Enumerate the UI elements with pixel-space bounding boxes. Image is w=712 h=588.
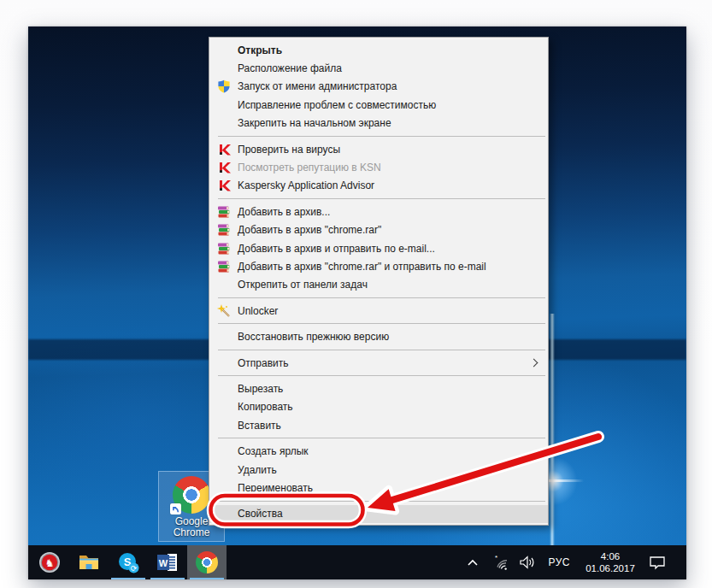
menu-item-label: Расположение файла xyxy=(238,62,342,74)
menu-item-open[interactable]: Открыть xyxy=(209,41,548,59)
shortcut-arrow-icon xyxy=(170,503,181,514)
menu-item-label: Создать ярлык xyxy=(238,445,309,457)
menu-item-properties[interactable]: Свойства xyxy=(209,505,548,523)
menu-item-kaspersky-app-advisor[interactable]: Kaspersky Application Advisor xyxy=(209,177,548,195)
menu-separator xyxy=(218,375,545,376)
menu-item-label: Добавить в архив и отправить по e-mail..… xyxy=(238,243,435,255)
menu-item-ksn-reputation[interactable]: Посмотреть репутацию в KSN xyxy=(209,158,548,176)
menu-item-label: Восстановить прежнюю версию xyxy=(238,331,389,343)
wifi-icon[interactable]: * xyxy=(490,550,510,574)
menu-item-label: Добавить в архив... xyxy=(238,206,330,218)
volume-icon[interactable] xyxy=(517,550,538,574)
menu-item-label: Добавить в архив "chrome.rar" и отправит… xyxy=(238,261,486,273)
unlocker-wand-icon xyxy=(217,304,238,318)
menu-item-label: Переименовать xyxy=(238,482,313,494)
menu-separator xyxy=(218,350,545,350)
menu-item-label: Копировать xyxy=(238,401,293,413)
menu-item-unlocker[interactable]: Unlocker xyxy=(209,302,548,320)
taskbar-button-red-circle-app[interactable]: ♞ xyxy=(30,545,69,579)
menu-item-label: Добавить в архив "chrome.rar" xyxy=(238,224,381,236)
red-circle-app-icon: ♞ xyxy=(38,551,61,573)
kaspersky-icon xyxy=(217,143,238,156)
menu-item-cut[interactable]: Вырезать xyxy=(209,379,548,397)
kaspersky-icon xyxy=(217,161,238,174)
menu-item-label: Открыть xyxy=(238,44,282,56)
menu-item-label: Проверить на вирусы xyxy=(238,144,340,156)
menu-item-label: Открепить от панели задач xyxy=(238,279,368,291)
menu-item-paste[interactable]: Вставить xyxy=(209,416,548,434)
menu-item-scan-for-viruses[interactable]: Проверить на вирусы xyxy=(209,140,548,158)
clock-time: 4:06 xyxy=(584,550,637,562)
menu-item-label: Kaspersky Application Advisor xyxy=(238,179,374,191)
menu-item-label: Unlocker xyxy=(238,305,278,317)
taskbar-button-skype[interactable]: S ⟳ xyxy=(109,545,148,579)
skype-updating-icon: S ⟳ xyxy=(117,551,140,574)
kaspersky-icon xyxy=(217,179,238,192)
language-indicator[interactable]: РУС xyxy=(544,556,574,568)
svg-text:⟳: ⟳ xyxy=(130,564,137,573)
svg-text:*: * xyxy=(495,555,497,562)
menu-item-file-location[interactable]: Расположение файла xyxy=(209,59,548,77)
submenu-arrow-icon xyxy=(530,358,538,367)
menu-item-label: Исправление проблем с совместимостью xyxy=(238,99,436,111)
page-background: Google Chrome ♞ xyxy=(0,0,712,588)
menu-item-delete[interactable]: Удалить xyxy=(209,461,548,479)
menu-separator xyxy=(218,438,545,438)
winrar-icon xyxy=(217,205,238,219)
chrome-icon xyxy=(196,551,218,573)
menu-item-run-as-admin[interactable]: Запуск от имени администратора xyxy=(209,78,548,96)
menu-separator xyxy=(218,297,545,298)
menu-item-send-to[interactable]: Отправить xyxy=(209,354,548,372)
taskbar-button-file-explorer[interactable] xyxy=(69,545,109,579)
menu-item-add-to-archive-email[interactable]: Добавить в архив и отправить по e-mail..… xyxy=(209,239,548,257)
tray-expand-icon[interactable] xyxy=(462,550,483,574)
menu-item-copy[interactable]: Копировать xyxy=(209,398,548,416)
file-explorer-icon xyxy=(78,551,100,573)
menu-item-label: Посмотреть репутацию в KSN xyxy=(238,162,381,173)
word-icon: W xyxy=(156,551,179,573)
desktop[interactable]: Google Chrome ♞ xyxy=(28,26,686,579)
menu-item-label: Вставить xyxy=(238,420,281,432)
context-menu: Открыть Расположение файла Запуск от име… xyxy=(209,37,549,526)
menu-item-restore-previous-version[interactable]: Восстановить прежнюю версию xyxy=(209,327,548,345)
running-indicator xyxy=(111,578,145,579)
menu-separator xyxy=(218,323,545,324)
menu-item-label: Вырезать xyxy=(238,383,283,395)
menu-item-compatibility-troubleshoot[interactable]: Исправление проблем с совместимостью xyxy=(209,96,548,114)
menu-item-create-shortcut[interactable]: Создать ярлык xyxy=(209,442,548,460)
menu-separator xyxy=(218,136,545,137)
menu-item-label: Закрепить на начальном экране xyxy=(238,117,391,129)
running-indicator xyxy=(150,578,185,579)
taskbar: ♞ S xyxy=(28,545,686,579)
menu-item-pin-to-start[interactable]: Закрепить на начальном экране xyxy=(209,115,548,132)
menu-item-add-to-archive-named-email[interactable]: Добавить в архив "chrome.rar" и отправит… xyxy=(209,257,548,275)
svg-text:W: W xyxy=(159,558,168,568)
running-indicator xyxy=(190,578,224,579)
menu-item-unpin-from-taskbar[interactable]: Открепить от панели задач xyxy=(209,276,548,294)
winrar-icon xyxy=(217,242,238,256)
winrar-icon xyxy=(217,223,238,237)
taskbar-button-chrome[interactable] xyxy=(187,545,227,579)
action-center-icon[interactable] xyxy=(647,550,668,574)
taskbar-apps: ♞ S xyxy=(28,545,227,579)
winrar-icon xyxy=(217,260,238,273)
menu-separator xyxy=(218,501,545,502)
menu-item-label: Отправить xyxy=(238,357,289,369)
menu-item-label: Свойства xyxy=(238,508,283,520)
menu-item-label: Удалить xyxy=(238,464,277,476)
clock[interactable]: 4:06 01.06.2017 xyxy=(580,550,640,574)
clock-date: 01.06.2017 xyxy=(584,562,637,574)
svg-text:♞: ♞ xyxy=(45,557,55,569)
system-tray: * РУС xyxy=(462,545,686,579)
taskbar-button-word[interactable]: W xyxy=(148,545,187,579)
uac-shield-icon xyxy=(217,79,238,93)
menu-item-label: Запуск от имени администратора xyxy=(238,80,397,92)
menu-separator xyxy=(218,198,545,199)
menu-item-rename[interactable]: Переименовать xyxy=(209,479,548,497)
menu-item-add-to-archive[interactable]: Добавить в архив... xyxy=(209,203,548,220)
menu-item-add-to-archive-named[interactable]: Добавить в архив "chrome.rar" xyxy=(209,221,548,239)
